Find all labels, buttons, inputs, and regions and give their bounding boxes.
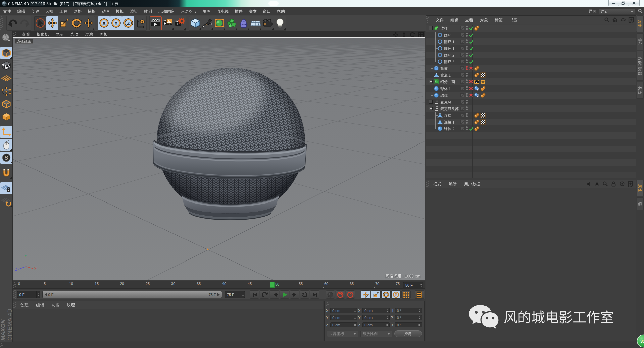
viewport-menu-item-2[interactable] — [52, 32, 67, 36]
disabled-cross-icon[interactable] — [469, 66, 473, 70]
object-name[interactable] — [444, 125, 454, 132]
viewport-3d[interactable]: YXZ — [13, 38, 425, 280]
rotation-p-field[interactable]: 0 ° — [395, 315, 422, 320]
enable-toggle[interactable] — [460, 46, 464, 50]
live-selection-button[interactable] — [34, 16, 46, 30]
viewport-menu-item-0[interactable] — [18, 32, 33, 36]
menu-item-14[interactable] — [213, 7, 232, 15]
eye-tag[interactable] — [480, 79, 486, 84]
position-y-field[interactable]: 0 cm — [330, 315, 357, 320]
enable-toggle[interactable] — [460, 107, 464, 111]
object-manager-menu-item-0[interactable] — [432, 18, 447, 22]
enabled-check-icon[interactable] — [469, 46, 474, 51]
view-label[interactable] — [15, 39, 33, 44]
scale-button[interactable] — [58, 16, 70, 30]
viewport-menu-item-5[interactable] — [96, 32, 111, 36]
menu-item-12[interactable] — [177, 7, 199, 15]
texture-mode-button[interactable] — [0, 60, 12, 72]
timeline-options-button[interactable] — [415, 290, 424, 299]
enable-toggle[interactable] — [460, 40, 464, 44]
current-frame-marker[interactable] — [270, 282, 275, 288]
goto-start-button[interactable] — [250, 290, 259, 299]
history-back-button[interactable] — [586, 181, 591, 187]
key-parameter-button[interactable]: P — [391, 290, 401, 299]
rotate-button[interactable] — [70, 16, 83, 30]
visibility-dots[interactable] — [466, 126, 468, 130]
clap-tag[interactable] — [474, 79, 479, 84]
visibility-dots[interactable] — [466, 66, 468, 70]
visibility-dots[interactable] — [466, 113, 468, 117]
enable-toggle[interactable] — [460, 93, 464, 97]
viewport-menubar-grip[interactable] — [13, 32, 16, 37]
visibility-dots[interactable] — [466, 46, 468, 50]
add-layer-button[interactable] — [628, 17, 634, 23]
disabled-cross-icon[interactable] — [469, 86, 473, 91]
add-spline-button[interactable] — [201, 16, 213, 30]
track-selection-button[interactable] — [619, 181, 625, 187]
object-manager-menu-item-3[interactable] — [477, 18, 491, 22]
attribute-manager-tab-0[interactable] — [637, 180, 644, 196]
last-used-tool-button[interactable] — [83, 16, 95, 30]
toolbar-grip[interactable] — [0, 16, 3, 30]
undo-button[interactable] — [7, 16, 19, 30]
menu-item-18[interactable] — [274, 7, 288, 15]
enable-toggle[interactable] — [460, 127, 464, 131]
phong-tag[interactable] — [474, 113, 479, 118]
tree-item-8[interactable] — [426, 78, 636, 85]
object-manager-tab-1[interactable] — [637, 33, 644, 50]
menu-item-0[interactable] — [0, 7, 14, 15]
viewport-pan-button[interactable] — [393, 32, 398, 37]
enabled-check-icon[interactable] — [469, 126, 474, 131]
add-primitive-button[interactable] — [189, 16, 201, 30]
range-start-spinner[interactable] — [36, 291, 40, 298]
search-button[interactable] — [602, 181, 608, 187]
current-frame-field[interactable]: 50 F — [403, 282, 423, 288]
interface-select[interactable] — [599, 9, 635, 14]
tree-item-1[interactable] — [426, 32, 636, 38]
attribute-manager-menu-item-1[interactable] — [445, 182, 460, 186]
attribute-manager-tab-1[interactable] — [637, 197, 644, 210]
enable-toggle[interactable] — [460, 53, 464, 57]
viewport-menu-item-4[interactable] — [82, 32, 96, 36]
object-name[interactable] — [440, 92, 448, 99]
enabled-check-icon[interactable] — [469, 39, 474, 44]
material-manager-menu-item-3[interactable] — [63, 303, 79, 307]
object-manager-menu-item-4[interactable] — [491, 18, 506, 22]
tree-item-5[interactable] — [426, 58, 636, 65]
menu-item-2[interactable] — [28, 7, 42, 15]
add-deformer-button[interactable] — [238, 16, 250, 30]
key-rotation-button[interactable] — [381, 290, 391, 299]
add-mograph-button[interactable] — [226, 16, 238, 30]
snap-settings-button[interactable] — [0, 167, 12, 179]
menu-item-17[interactable] — [260, 7, 274, 15]
uvw-tag[interactable] — [480, 119, 486, 125]
viewport-solo-button[interactable] — [0, 139, 12, 151]
visibility-dots[interactable] — [466, 120, 468, 124]
object-manager-tab-0[interactable] — [637, 15, 644, 32]
enabled-check-icon[interactable] — [469, 26, 474, 31]
size-x-spinner[interactable] — [386, 308, 389, 313]
material-manager-grip[interactable] — [13, 302, 16, 308]
timeline-ruler[interactable]: 051015202530354045556065707550 50 F — [13, 281, 425, 289]
lock-x-axis-button[interactable]: X — [98, 16, 110, 30]
close-button[interactable] — [628, 0, 640, 6]
phong-tag[interactable] — [474, 66, 479, 71]
object-name[interactable] — [440, 99, 451, 105]
add-generator-button[interactable] — [213, 16, 226, 30]
render-view-button[interactable] — [150, 16, 162, 30]
viewport-dolly-button[interactable] — [401, 32, 407, 37]
size-x-field[interactable]: 0 cm — [362, 308, 389, 313]
visibility-dots[interactable] — [466, 59, 468, 63]
phong-tag[interactable] — [480, 86, 486, 91]
object-name[interactable] — [444, 119, 454, 125]
enable-toggle[interactable] — [460, 113, 464, 117]
edges-mode-button[interactable] — [0, 98, 12, 110]
object-manager-menu-item-2[interactable] — [462, 18, 477, 22]
position-x-spinner[interactable] — [353, 308, 357, 313]
tree-item-7[interactable] — [426, 72, 636, 78]
overlay-badge[interactable]: 33 — [636, 334, 644, 348]
menu-item-13[interactable] — [199, 7, 213, 15]
object-name[interactable] — [440, 105, 459, 112]
make-editable-button[interactable] — [0, 32, 12, 44]
key-position-button[interactable] — [361, 290, 370, 299]
